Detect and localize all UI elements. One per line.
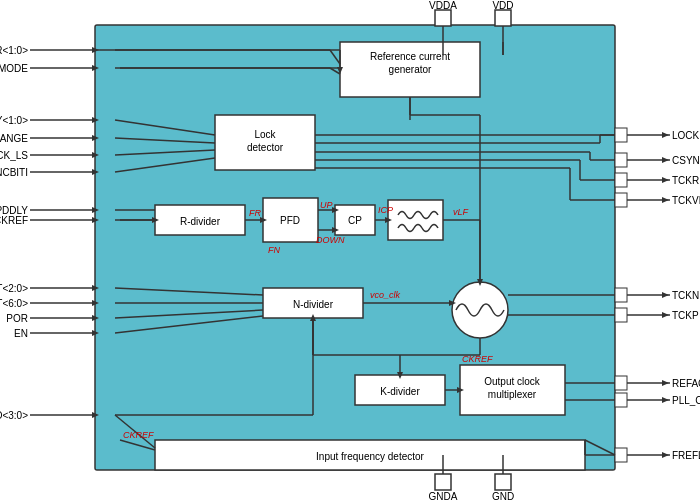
svg-text:PLL_CLK: PLL_CLK <box>672 395 700 406</box>
svg-text:TCKRDIV: TCKRDIV <box>672 175 700 186</box>
svg-rect-122 <box>615 376 627 390</box>
svg-marker-99 <box>662 157 669 163</box>
svg-text:POR: POR <box>6 313 28 324</box>
svg-text:EN: EN <box>14 328 28 339</box>
svg-text:N-divider: N-divider <box>293 299 334 310</box>
svg-rect-108 <box>615 193 627 207</box>
svg-text:vLF: vLF <box>453 207 469 217</box>
svg-text:IRMODE: IRMODE <box>0 63 28 74</box>
svg-rect-7 <box>435 474 451 490</box>
svg-text:DOWN: DOWN <box>316 235 345 245</box>
svg-text:FREFLOW: FREFLOW <box>672 450 700 461</box>
svg-text:CKREF: CKREF <box>123 430 154 440</box>
svg-marker-126 <box>662 397 669 403</box>
svg-text:GNDA: GNDA <box>429 491 458 500</box>
svg-marker-94 <box>662 132 669 138</box>
svg-text:vco_clk: vco_clk <box>370 290 401 300</box>
svg-text:Input frequency detector: Input frequency detector <box>316 451 425 462</box>
svg-rect-95 <box>615 128 627 142</box>
svg-text:K-divider: K-divider <box>380 386 420 397</box>
svg-rect-127 <box>615 393 627 407</box>
svg-text:CPCTR<1:0>: CPCTR<1:0> <box>0 45 28 56</box>
svg-rect-112 <box>615 288 627 302</box>
svg-text:CKREF: CKREF <box>462 354 493 364</box>
svg-text:NCNT<6:0>: NCNT<6:0> <box>0 298 28 309</box>
svg-rect-104 <box>615 173 627 187</box>
svg-text:REFACTIVE: REFACTIVE <box>672 378 700 389</box>
svg-text:RCNT<2:0>: RCNT<2:0> <box>0 283 28 294</box>
svg-text:PFD: PFD <box>280 215 300 226</box>
svg-text:TCKN: TCKN <box>672 290 699 301</box>
svg-text:ICP: ICP <box>378 205 393 215</box>
svg-text:MXVCO<3:0>: MXVCO<3:0> <box>0 410 28 421</box>
svg-text:VDDA: VDDA <box>429 0 457 11</box>
svg-text:VDD: VDD <box>492 0 513 11</box>
svg-text:TCKVDIV: TCKVDIV <box>672 195 700 206</box>
svg-rect-4 <box>495 10 511 26</box>
svg-text:multiplexer: multiplexer <box>488 389 537 400</box>
svg-marker-103 <box>662 177 669 183</box>
svg-text:Output clock: Output clock <box>484 376 541 387</box>
svg-rect-28 <box>388 200 443 240</box>
svg-text:R-divider: R-divider <box>180 216 221 227</box>
svg-text:detector: detector <box>247 142 284 153</box>
svg-text:FR: FR <box>249 208 261 218</box>
svg-marker-107 <box>662 197 669 203</box>
svg-marker-116 <box>662 312 669 318</box>
diagram-container: VDDA VDD GNDA GND Reference current gene… <box>0 0 700 500</box>
svg-text:CSYNCBIT: CSYNCBIT <box>672 155 700 166</box>
svg-rect-132 <box>615 448 627 462</box>
svg-text:UP: UP <box>320 200 333 210</box>
svg-text:CP: CP <box>348 215 362 226</box>
svg-text:TCKP: TCKP <box>672 310 699 321</box>
svg-marker-121 <box>662 380 669 386</box>
svg-text:LOCKDLY<1:0>: LOCKDLY<1:0> <box>0 115 28 126</box>
svg-text:GND: GND <box>492 491 514 500</box>
svg-text:LOCK: LOCK <box>672 130 700 141</box>
svg-rect-1 <box>435 10 451 26</box>
svg-text:LOCK_LS: LOCK_LS <box>0 150 28 161</box>
svg-text:LOCK_RANGE: LOCK_RANGE <box>0 133 28 144</box>
svg-rect-117 <box>615 308 627 322</box>
svg-text:generator: generator <box>389 64 432 75</box>
svg-text:CKREF: CKREF <box>0 215 28 226</box>
svg-text:FN: FN <box>268 245 280 255</box>
svg-marker-131 <box>662 452 669 458</box>
svg-marker-111 <box>662 292 669 298</box>
svg-text:Lock: Lock <box>254 129 276 140</box>
svg-text:CSYNCBITI: CSYNCBITI <box>0 167 28 178</box>
svg-rect-100 <box>615 153 627 167</box>
svg-rect-10 <box>495 474 511 490</box>
svg-text:Reference current: Reference current <box>370 51 450 62</box>
